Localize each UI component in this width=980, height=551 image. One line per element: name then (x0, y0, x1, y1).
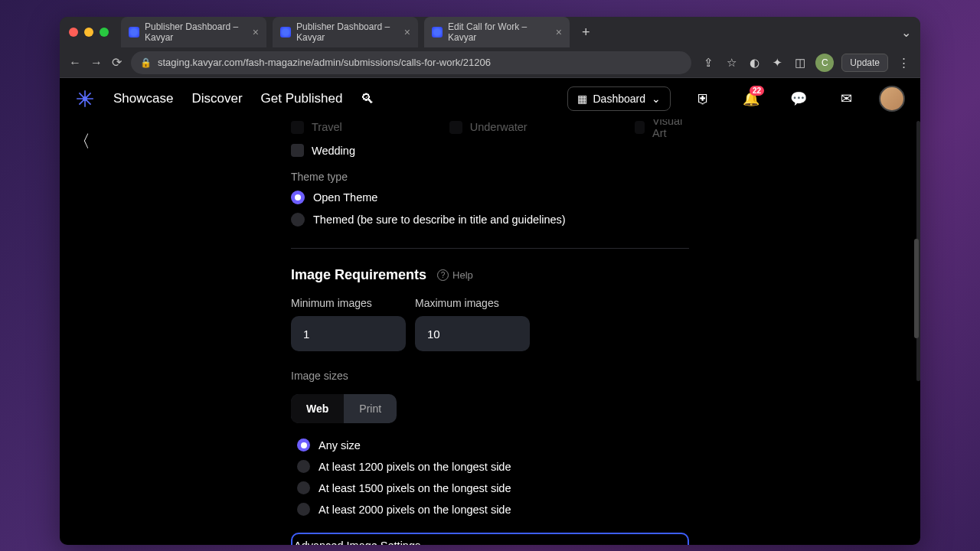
url-input[interactable]: 🔒 staging.kavyar.com/fash-magazine/admin… (131, 51, 691, 74)
reload-icon[interactable]: ⟳ (112, 55, 122, 70)
radio-size-2000[interactable]: At least 2000 pixels on the longest side (297, 503, 689, 516)
browser-titlebar: Publisher Dashboard – Kavyar × Publisher… (60, 17, 920, 47)
max-images-label: Maximum images (415, 297, 530, 309)
forward-icon[interactable]: → (90, 56, 103, 70)
close-window-icon[interactable] (69, 28, 78, 37)
browser-window: Publisher Dashboard – Kavyar × Publisher… (60, 17, 920, 545)
maximize-window-icon[interactable] (100, 28, 109, 37)
app-viewport: Showcase Discover Get Published 🔍︎ ▦ Das… (60, 78, 920, 545)
chevron-down-icon: ⌄ (428, 540, 438, 545)
advanced-image-settings-toggle[interactable]: Advanced Image Settings ⌄ (291, 533, 689, 545)
radio-size-any[interactable]: Any size (297, 439, 689, 452)
favicon-icon (280, 27, 291, 37)
call-for-work-form: Travel Underwater Visual Art Wedding The… (291, 119, 689, 545)
sidepanel-icon[interactable]: ◫ (792, 55, 808, 70)
theme-type-label: Theme type (291, 171, 689, 183)
notification-badge: 22 (750, 86, 764, 96)
dashboard-menu[interactable]: ▦ Dashboard ⌄ (567, 86, 671, 111)
browser-tab[interactable]: Publisher Dashboard – Kavyar × (273, 17, 418, 47)
back-icon[interactable]: ← (69, 56, 81, 70)
bookmark-icon[interactable]: ☆ (724, 55, 739, 70)
dashboard-label: Dashboard (593, 93, 646, 105)
browser-tab-active[interactable]: Edit Call for Work – Kavyar × (424, 17, 570, 47)
window-controls (69, 28, 109, 37)
puzzle-icon[interactable]: ✦ (769, 55, 785, 70)
close-tab-icon[interactable]: × (404, 26, 410, 38)
close-tab-icon[interactable]: × (556, 26, 562, 38)
checkbox-travel[interactable]: Travel (291, 119, 342, 139)
profile-avatar[interactable]: C (815, 54, 834, 72)
kavyar-logo-icon[interactable] (75, 89, 95, 109)
update-button[interactable]: Update (841, 54, 888, 72)
segment-web[interactable]: Web (291, 394, 344, 423)
image-sizes-label: Image sizes (291, 370, 689, 382)
favicon-icon (432, 27, 443, 37)
tab-title: Edit Call for Work – Kavyar (448, 21, 550, 43)
inbox-icon[interactable]: ✉ (831, 84, 861, 113)
grid-icon: ▦ (577, 93, 587, 105)
menu-icon[interactable]: ⋮ (896, 55, 911, 70)
extension-icon[interactable]: ◐ (746, 55, 762, 70)
browser-actions: ⇪ ☆ ◐ ✦ ◫ C Update ⋮ (701, 54, 911, 72)
chat-icon[interactable]: 💬 (784, 84, 813, 113)
help-link[interactable]: ?Help (437, 269, 473, 281)
tab-title: Publisher Dashboard – Kavyar (296, 21, 399, 43)
radio-size-1200[interactable]: At least 1200 pixels on the longest side (297, 460, 689, 473)
address-bar: ← → ⟳ 🔒 staging.kavyar.com/fash-magazine… (60, 47, 920, 78)
section-divider (291, 248, 689, 249)
nav-discover[interactable]: Discover (191, 91, 242, 106)
size-mode-toggle: Web Print (291, 394, 397, 423)
segment-print[interactable]: Print (344, 394, 397, 423)
browser-tab[interactable]: Publisher Dashboard – Kavyar × (121, 17, 266, 47)
new-tab-button[interactable]: + (576, 24, 596, 41)
tabs-menu-icon[interactable]: ⌄ (901, 25, 911, 40)
advanced-label: Advanced Image Settings (294, 540, 420, 545)
notifications-icon[interactable]: 🔔22 (737, 84, 766, 113)
minimize-window-icon[interactable] (84, 28, 93, 37)
help-icon: ? (437, 269, 449, 281)
shield-icon[interactable]: ⛨ (689, 84, 718, 113)
form-scroll-area[interactable]: Travel Underwater Visual Art Wedding The… (60, 119, 920, 545)
min-images-label: Minimum images (291, 297, 406, 309)
tab-title: Publisher Dashboard – Kavyar (145, 21, 247, 43)
user-avatar[interactable] (879, 86, 905, 112)
url-text: staging.kavyar.com/fash-magazine/admin/s… (158, 57, 491, 68)
radio-themed[interactable]: Themed (be sure to describe in title and… (291, 213, 689, 227)
chevron-down-icon: ⌄ (652, 93, 661, 105)
checkbox-visual-art[interactable]: Visual Art (635, 119, 689, 139)
checkbox-wedding[interactable]: Wedding (291, 144, 689, 157)
radio-size-1500[interactable]: At least 1500 pixels on the longest side (297, 481, 689, 494)
checkbox-underwater[interactable]: Underwater (449, 119, 528, 139)
app-navbar: Showcase Discover Get Published 🔍︎ ▦ Das… (60, 78, 920, 119)
favicon-icon (129, 27, 139, 37)
share-icon[interactable]: ⇪ (701, 55, 716, 70)
lock-icon: 🔒 (140, 57, 152, 68)
radio-open-theme[interactable]: Open Theme (291, 191, 689, 204)
browser-scrollbar[interactable] (914, 239, 919, 338)
nav-get-published[interactable]: Get Published (261, 91, 343, 106)
search-icon[interactable]: 🔍︎ (361, 91, 374, 107)
close-tab-icon[interactable]: × (253, 26, 259, 38)
section-title: Image Requirements (291, 267, 426, 283)
max-images-input[interactable] (415, 316, 530, 351)
back-button[interactable]: 〈 (74, 130, 90, 153)
image-requirements-header: Image Requirements ?Help (291, 267, 689, 283)
min-images-input[interactable] (291, 316, 406, 351)
nav-showcase[interactable]: Showcase (113, 91, 173, 106)
